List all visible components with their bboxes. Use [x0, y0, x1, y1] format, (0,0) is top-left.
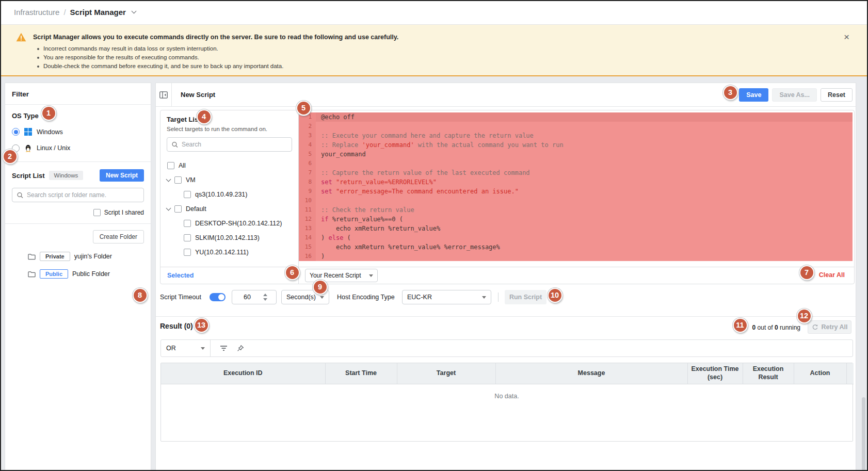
- chevron-down-icon[interactable]: [166, 206, 171, 211]
- code-line: 4:: Replace 'your_command' with the actu…: [299, 140, 853, 150]
- vertical-divider: [498, 293, 499, 302]
- target-tree-item[interactable]: VM: [167, 173, 292, 187]
- radio-button[interactable]: [12, 128, 20, 136]
- folder-item[interactable]: Privateyujin's Folder: [12, 252, 144, 261]
- no-data-message: No data.: [161, 393, 853, 400]
- target-tree-item[interactable]: SLKIM(10.20.142.113): [167, 231, 292, 245]
- line-number: 8: [299, 177, 316, 187]
- filter-list-icon[interactable]: [220, 345, 228, 351]
- os-type-options: WindowsLinux / Unix: [12, 128, 144, 152]
- line-number: 12: [299, 215, 316, 224]
- chevron-down-icon[interactable]: [131, 9, 136, 14]
- timeout-value-input[interactable]: [232, 294, 262, 301]
- clear-all-button[interactable]: Clear All: [819, 271, 845, 279]
- breadcrumb: Infrastructure / Script Manager: [14, 8, 136, 17]
- code-line: 12if %return_value%==0 (: [299, 215, 853, 224]
- windows-logo-icon: [24, 128, 32, 136]
- result-filter-bar: OR: [160, 339, 853, 357]
- target-label: qs3(10.10.49.231): [195, 191, 247, 198]
- column-header: Execution ID: [161, 363, 325, 384]
- target-checkbox[interactable]: [174, 176, 182, 184]
- editor-header: New Script Save Save As... Reset: [156, 83, 856, 107]
- editor-body: Target List Select targets to run the co…: [156, 107, 856, 470]
- line-number: 11: [299, 205, 316, 215]
- target-checkbox[interactable]: [184, 191, 191, 198]
- line-number: 16: [299, 252, 316, 261]
- warning-icon: [16, 33, 26, 42]
- code-line: 8set "return_value=%ERRORLEVEL%": [299, 177, 853, 187]
- line-number: 14: [299, 233, 316, 242]
- host-encoding-value: EUC-KR: [407, 294, 432, 301]
- search-icon: [172, 141, 178, 148]
- target-checkbox[interactable]: [184, 249, 191, 256]
- timeout-unit-dropdown[interactable]: Second(s): [281, 290, 329, 304]
- refresh-icon: [812, 324, 818, 331]
- retry-all-button[interactable]: Retry All: [808, 320, 851, 334]
- reset-button[interactable]: Reset: [821, 88, 853, 102]
- stepper-arrows[interactable]: [263, 294, 267, 301]
- line-number: 5: [299, 150, 316, 159]
- script-i-shared-checkbox[interactable]: [93, 209, 101, 216]
- code-editor[interactable]: 1@echo off23:: Execute your command here…: [299, 112, 853, 261]
- column-header: Action: [794, 363, 846, 384]
- result-title: Result (0): [160, 322, 193, 330]
- chevron-down-icon[interactable]: [166, 177, 171, 182]
- target-tree-item[interactable]: All: [167, 158, 292, 173]
- os-option-windows[interactable]: Windows: [12, 128, 144, 136]
- new-script-button[interactable]: New Script: [100, 169, 144, 182]
- host-encoding-dropdown[interactable]: EUC-KR: [402, 290, 491, 304]
- line-number: 10: [299, 196, 316, 205]
- stepper-up-icon[interactable]: [263, 294, 267, 296]
- breadcrumb-section[interactable]: Infrastructure: [14, 8, 59, 17]
- stepper-down-icon[interactable]: [263, 298, 267, 301]
- breadcrumb-page[interactable]: Script Manager: [70, 8, 126, 17]
- target-tree-item[interactable]: YU(10.20.142.111): [167, 245, 292, 259]
- line-number: 2: [299, 122, 316, 131]
- filter-panel-title: Filter: [5, 83, 151, 104]
- script-timeout-label: Script Timeout: [160, 294, 201, 301]
- target-tree-item[interactable]: DESKTOP-SH(10.20.142.112): [167, 216, 292, 231]
- target-editor-footer: Selected Your Recent Script Clear All: [160, 267, 854, 284]
- save-button[interactable]: Save: [739, 88, 768, 102]
- target-label: SLKIM(10.20.142.113): [195, 234, 260, 241]
- selected-link[interactable]: Selected: [167, 272, 194, 279]
- save-as-button[interactable]: Save As...: [772, 88, 817, 102]
- running-status: 0 out of 0 running: [752, 324, 800, 331]
- linux-penguin-icon: [24, 144, 32, 152]
- line-number: 4: [299, 140, 316, 150]
- banner-bullet: Incorrect commands may result in data lo…: [37, 45, 283, 52]
- page-scrollbar[interactable]: [862, 397, 865, 471]
- banner-title: Script Manager allows you to execute com…: [33, 34, 398, 41]
- radio-button[interactable]: [12, 144, 20, 152]
- folder-item[interactable]: PublicPublic Folder: [12, 269, 144, 279]
- recent-script-dropdown-value: Your Recent Script: [310, 272, 361, 279]
- create-folder-button[interactable]: Create Folder: [93, 230, 144, 243]
- target-checkbox[interactable]: [184, 234, 191, 241]
- code-line: 3:: Execute your command here and captur…: [299, 131, 853, 140]
- dropdown-caret-icon: [369, 274, 373, 277]
- target-search-input[interactable]: [182, 141, 287, 148]
- target-checkbox[interactable]: [174, 205, 182, 213]
- close-icon[interactable]: ×: [844, 32, 849, 42]
- top-bar: Infrastructure / Script Manager: [1, 1, 867, 25]
- code-line: 7:: Capture the return value of the last…: [299, 168, 853, 177]
- target-tree-item[interactable]: qs3(10.10.49.231): [167, 187, 292, 202]
- folder-icon: [28, 271, 36, 278]
- os-option-linux-unix[interactable]: Linux / Unix: [12, 144, 144, 152]
- script-search-input[interactable]: [27, 191, 139, 199]
- target-tree-item[interactable]: Default: [167, 202, 292, 216]
- script-manager-page: Infrastructure / Script Manager Script M…: [0, 0, 868, 471]
- collapse-sidebar-button[interactable]: [156, 83, 172, 107]
- target-checkbox[interactable]: [184, 220, 191, 227]
- pin-icon[interactable]: [237, 345, 244, 352]
- filter-operator-dropdown[interactable]: OR: [161, 340, 211, 356]
- target-editor-container: Target List Select targets to run the co…: [160, 110, 855, 284]
- column-header: Target: [397, 363, 495, 384]
- warning-banner: Script Manager allows you to execute com…: [1, 25, 867, 76]
- run-script-button[interactable]: Run Script: [505, 290, 546, 304]
- recent-script-dropdown[interactable]: Your Recent Script: [305, 269, 378, 282]
- script-title: New Script: [181, 91, 215, 99]
- os-option-label: Windows: [37, 128, 63, 136]
- target-checkbox[interactable]: [167, 162, 174, 169]
- script-timeout-toggle[interactable]: [210, 293, 226, 301]
